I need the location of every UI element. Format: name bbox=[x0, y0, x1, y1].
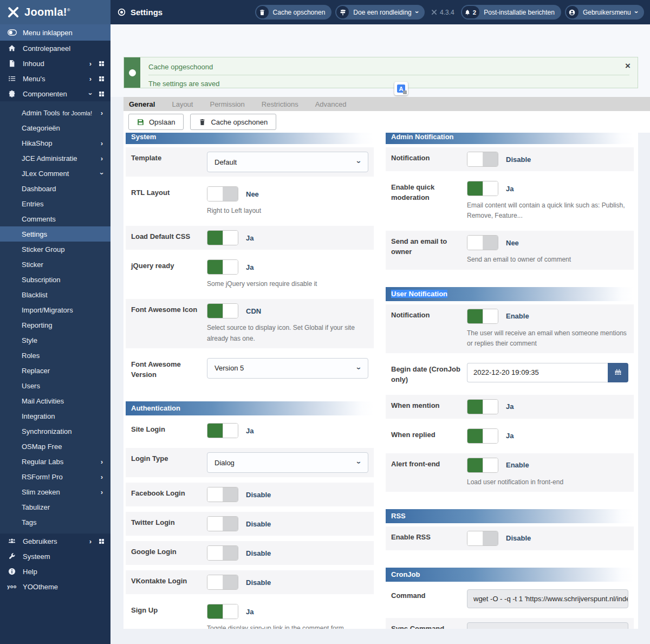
nav-button-doe-een-rondleiding[interactable]: Doe een rondleiding› bbox=[335, 5, 425, 19]
sidebar-item-text: OSMap Free bbox=[22, 443, 62, 451]
menu-collapse-button[interactable]: Menu inklappen bbox=[0, 24, 110, 41]
tab-general[interactable]: General bbox=[129, 100, 155, 108]
google-login-toggle[interactable] bbox=[207, 545, 238, 561]
sidebar-item-subscription[interactable]: Subscription bbox=[0, 272, 110, 287]
sidebar-item-import-migrators[interactable]: Import/Migrators bbox=[0, 302, 110, 317]
section-header: User Notification bbox=[386, 287, 634, 301]
sidebar-item-text: Blacklist bbox=[22, 291, 48, 299]
sidebar-item-sticker-group[interactable]: Sticker Group bbox=[0, 242, 110, 257]
font-awesome-version-select[interactable]: Version 5› bbox=[207, 358, 368, 379]
sidebar-item-label: Regular Labs bbox=[22, 458, 101, 466]
login-type-select[interactable]: Dialog› bbox=[207, 452, 368, 473]
sidebar-item-text: Systeem bbox=[23, 552, 50, 561]
rtl-layout-toggle[interactable] bbox=[207, 186, 238, 201]
begin-date-cronjob-only-input[interactable] bbox=[467, 363, 608, 382]
vkontakte-login-toggle[interactable] bbox=[207, 575, 238, 590]
sidebar-item-tabulizer[interactable]: Tabulizer bbox=[0, 499, 110, 515]
sidebar-item-entries[interactable]: Entries bbox=[0, 196, 110, 211]
sidebar-item-jce-administratie[interactable]: JCE Administratie› bbox=[0, 151, 110, 166]
when-mention-toggle[interactable] bbox=[467, 399, 498, 414]
sidebar-item-inhoud[interactable]: Inhoud› bbox=[0, 56, 110, 71]
sidebar-item-help[interactable]: Help bbox=[0, 564, 110, 579]
sidebar-item-roles[interactable]: Roles bbox=[0, 348, 110, 363]
sidebar-item-text: Style bbox=[22, 336, 37, 344]
field-control: Disable bbox=[207, 487, 368, 502]
enable-quick-moderation-toggle[interactable] bbox=[467, 181, 498, 196]
facebook-login-toggle[interactable] bbox=[207, 487, 238, 502]
sidebar-item-admin-tools[interactable]: Admin Toolsfor Joomla!› bbox=[0, 105, 110, 120]
toggle-line: Nee bbox=[207, 186, 368, 201]
sidebar-item-sticker[interactable]: Sticker bbox=[0, 257, 110, 272]
sidebar-item-categorie-n[interactable]: Categorieën bbox=[0, 120, 110, 135]
field-description: Email content will contain a quick link … bbox=[467, 200, 628, 221]
tab-restrictions[interactable]: Restrictions bbox=[262, 100, 298, 108]
enable-rss-toggle[interactable] bbox=[467, 531, 498, 546]
sidebar-item-users[interactable]: Users bbox=[0, 378, 110, 393]
chevron-down-icon: › bbox=[87, 93, 94, 95]
sidebar-item-comments[interactable]: Comments bbox=[0, 211, 110, 226]
dot-circle-icon bbox=[118, 8, 126, 16]
alert-front-end-toggle[interactable] bbox=[467, 458, 498, 473]
jquery-ready-toggle[interactable] bbox=[207, 259, 238, 275]
sidebar-item-label: Entries bbox=[22, 200, 103, 208]
sidebar-item-text: Inhoud bbox=[23, 60, 44, 68]
sidebar-item-yootheme[interactable]: yooYOOtheme bbox=[0, 579, 110, 594]
sidebar-item-menu-s[interactable]: Menu's› bbox=[0, 71, 110, 86]
close-icon[interactable]: × bbox=[625, 61, 630, 70]
template-select[interactable]: Default› bbox=[207, 152, 368, 172]
command-input[interactable]: wget -O - -q -t 1 'https://www.schrijver… bbox=[467, 589, 628, 608]
sidebar-item-systeem[interactable]: Systeem bbox=[0, 549, 110, 564]
sidebar-item-reporting[interactable]: Reporting bbox=[0, 317, 110, 333]
when-replied-toggle[interactable] bbox=[467, 428, 498, 444]
sign-up-toggle[interactable] bbox=[207, 604, 238, 619]
sidebar-item-dashboard[interactable]: Dashboard bbox=[0, 181, 110, 196]
sidebar-item-style[interactable]: Style bbox=[0, 333, 110, 348]
tab-permission[interactable]: Permission bbox=[210, 100, 244, 108]
toggle-value: Ja bbox=[506, 185, 514, 193]
notification-toggle[interactable] bbox=[467, 152, 498, 167]
sidebar-item-hikashop[interactable]: HikaShop› bbox=[0, 135, 110, 151]
toggle-half bbox=[223, 604, 238, 619]
twitter-login-toggle[interactable] bbox=[207, 516, 238, 531]
tab-layout[interactable]: Layout bbox=[172, 100, 193, 108]
tab-advanced[interactable]: Advanced bbox=[315, 100, 347, 108]
toggle-half bbox=[207, 187, 223, 201]
sidebar-item-osmap-free[interactable]: OSMap Free bbox=[0, 439, 110, 454]
translate-popup-icon[interactable]: A bbox=[394, 82, 408, 95]
send-an-email-to-owner-toggle[interactable] bbox=[467, 235, 498, 250]
calendar-button[interactable] bbox=[608, 363, 628, 382]
font-awesome-icon-toggle[interactable] bbox=[207, 303, 238, 318]
sidebar-item-synchronization[interactable]: Synchronization bbox=[0, 424, 110, 439]
field-control: JaToggle display sign-up link in the com… bbox=[207, 604, 368, 629]
sidebar-item-regular-labs[interactable]: Regular Labs› bbox=[0, 454, 110, 469]
site-login-toggle[interactable] bbox=[207, 423, 238, 438]
opslaan-button[interactable]: Opslaan bbox=[128, 114, 184, 130]
sidebar-item-tags[interactable]: Tags bbox=[0, 515, 110, 530]
load-default-css-toggle[interactable] bbox=[207, 230, 238, 245]
nav-button-gebruikersmenu[interactable]: Gebruikersmenu› bbox=[565, 5, 644, 19]
alert-body: Cache opgeschoond The settings are saved… bbox=[140, 57, 638, 88]
toggle-half bbox=[223, 424, 238, 438]
sidebar-item-integration[interactable]: Integration bbox=[0, 408, 110, 424]
sidebar-item-controlepaneel[interactable]: Controlepaneel bbox=[0, 41, 110, 56]
sync-command-input[interactable]: wget -O - -q -t 1 'https://www.schrijver… bbox=[467, 622, 628, 629]
cache-opschonen-button[interactable]: Cache opschonen bbox=[190, 114, 276, 130]
joomla-logo[interactable]: Joomla!® bbox=[0, 0, 110, 24]
sidebar-item-mail-activities[interactable]: Mail Activities bbox=[0, 393, 110, 408]
nav-button-post-installatie-berichten[interactable]: 2Post-installatie berichten bbox=[461, 5, 561, 19]
sidebar-item-slim-zoeken[interactable]: Slim zoeken› bbox=[0, 484, 110, 499]
toggle-line: Disable bbox=[207, 575, 368, 590]
field-control: NeeSend an email to owner of comment bbox=[467, 235, 628, 265]
sidebar-item-componenten[interactable]: Componenten› bbox=[0, 86, 110, 101]
sidebar-item-settings[interactable]: Settings bbox=[0, 226, 110, 242]
sidebar-submenu: Admin Toolsfor Joomla!›CategorieënHikaSh… bbox=[0, 101, 110, 534]
sidebar-item-replacer[interactable]: Replacer bbox=[0, 363, 110, 378]
sidebar-item-rsform-pro[interactable]: RSForm! Pro› bbox=[0, 469, 110, 484]
section-title: Authentication bbox=[131, 404, 180, 412]
notification-toggle[interactable] bbox=[467, 309, 498, 324]
sidebar-item-blacklist[interactable]: Blacklist bbox=[0, 287, 110, 302]
puzzle-icon bbox=[8, 90, 16, 97]
sidebar-item-gebruikers[interactable]: Gebruikers› bbox=[0, 534, 110, 549]
sidebar-item-jlex-comment[interactable]: JLex Comment› bbox=[0, 166, 110, 181]
nav-button-cache-opschonen[interactable]: Cache opschonen bbox=[255, 5, 332, 19]
